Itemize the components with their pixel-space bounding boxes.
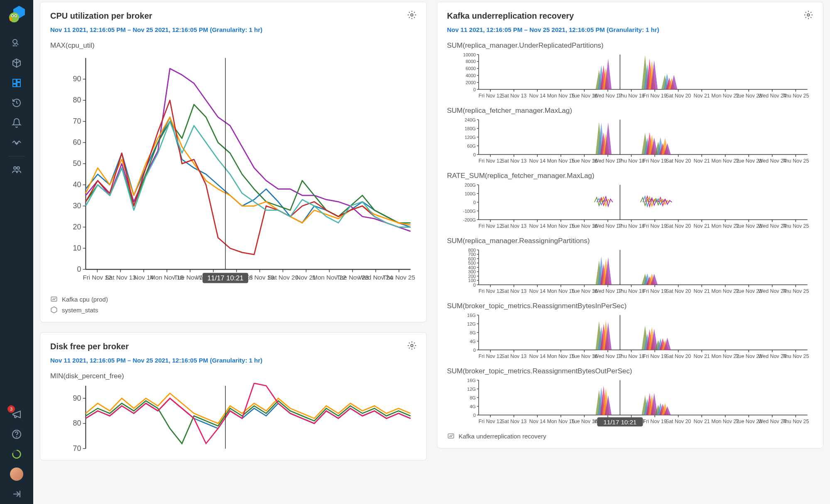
svg-text:8000: 8000 [465,59,475,64]
svg-text:Thu Nov 18: Thu Nov 18 [618,223,644,229]
svg-text:Thu Nov 25: Thu Nov 25 [782,93,809,99]
svg-text:Thu Nov 25: Thu Nov 25 [383,274,415,281]
svg-text:60: 60 [73,138,81,146]
svg-text:120G: 120G [464,135,475,140]
svg-text:4G: 4G [470,404,476,409]
sidebar-divider [8,156,25,156]
svg-text:Thu Nov 18: Thu Nov 18 [618,288,644,294]
svg-text:Sat Nov 13: Sat Nov 13 [501,223,526,229]
svg-text:Nov 14: Nov 14 [529,353,545,359]
svg-text:Sat Nov 20: Sat Nov 20 [665,288,690,294]
svg-text:50: 50 [73,159,81,168]
legend-item: Kafka cpu (prod) [50,295,416,303]
svg-text:Thu Nov 18: Thu Nov 18 [618,158,644,164]
svg-text:Mon Nov 22: Mon Nov 22 [711,158,739,164]
user-avatar[interactable] [10,467,23,481]
svg-point-5 [15,15,17,17]
legend-item: Kafka underreplication recovery [447,432,813,440]
svg-text:Nov 14: Nov 14 [529,93,545,99]
mini-chart-4[interactable]: SUM(replica_manager.ReassigningPartition… [447,237,813,296]
svg-point-73 [411,345,413,347]
svg-text:80: 80 [73,96,81,104]
svg-rect-10 [17,83,20,87]
metric-title: SUM(replica_manager.ReassigningPartition… [447,237,813,245]
svg-text:4G: 4G [470,339,476,344]
nav-help-icon[interactable] [8,426,25,443]
svg-text:Thu Nov 25: Thu Nov 25 [782,288,809,294]
gear-icon[interactable] [407,341,416,352]
svg-text:8G: 8G [470,395,476,400]
time-range: Nov 11 2021, 12:16:05 PM – Nov 25 2021, … [50,26,416,33]
nav-collapse-icon[interactable] [8,486,25,502]
metric-title: SUM(replica_fetcher_manager.MaxLag) [447,107,813,115]
svg-point-12 [14,167,16,169]
right-column: Kafka underreplication recovery Nov 11 2… [437,0,824,504]
nav-dashboard-icon[interactable] [8,75,25,91]
svg-text:Sat Nov 13: Sat Nov 13 [105,274,136,281]
svg-text:Sat Nov 20: Sat Nov 20 [665,353,690,359]
svg-text:6000: 6000 [465,66,475,71]
nav-bell-icon[interactable] [8,114,25,131]
legend-label: system_stats [62,307,98,314]
svg-text:400: 400 [468,265,475,270]
svg-text:Sat Nov 20: Sat Nov 20 [665,93,690,99]
svg-text:40: 40 [73,180,81,189]
svg-text:Nov 21: Nov 21 [693,353,710,359]
metric-title: SUM(broker_topic_metrics.ReassignmentByt… [447,302,813,310]
svg-text:12G: 12G [467,321,476,326]
mini-chart-5[interactable]: SUM(broker_topic_metrics.ReassignmentByt… [447,302,813,361]
mini-chart-6[interactable]: SUM(broker_topic_metrics.ReassignmentByt… [447,367,813,426]
svg-text:Mon Nov 22: Mon Nov 22 [711,288,739,294]
mini-chart-1[interactable]: SUM(replica_manager.UnderReplicatedParti… [447,41,813,101]
svg-text:Fri Nov 19: Fri Nov 19 [643,223,666,229]
svg-text:Mon Nov 22: Mon Nov 22 [711,353,739,359]
svg-text:Fri Nov 12: Fri Nov 12 [478,288,502,294]
gear-icon[interactable] [804,10,813,21]
svg-text:200G: 200G [464,183,475,187]
nav-progress-ring[interactable] [8,446,25,463]
svg-text:Sat Nov 13: Sat Nov 13 [501,158,526,164]
nav-cube-icon[interactable] [8,55,25,71]
gear-icon[interactable] [407,10,416,21]
nav-people-icon[interactable] [8,161,25,178]
svg-text:Thu Nov 25: Thu Nov 25 [782,353,809,359]
svg-text:70: 70 [73,117,81,125]
svg-text:30: 30 [73,202,81,210]
app-logo[interactable] [7,5,27,25]
svg-text:Nov 14: Nov 14 [529,223,545,229]
svg-text:8G: 8G [470,330,476,335]
svg-rect-11 [13,84,16,87]
disk-chart[interactable]: 708090 [50,383,416,451]
cpu-card: CPU utilization per broker Nov 11 2021, … [40,2,427,322]
nav-search-icon[interactable] [8,35,25,51]
svg-text:Mon Nov 15: Mon Nov 15 [547,419,575,424]
svg-text:12G: 12G [467,387,476,392]
svg-text:Nov 21: Nov 21 [693,223,710,229]
cpu-chart[interactable]: 0102030405060708090Fri Nov 12Sat Nov 13N… [50,52,416,292]
svg-text:2000: 2000 [465,80,475,85]
svg-text:Thu Nov 25: Thu Nov 25 [782,223,809,229]
svg-point-7 [13,39,17,44]
svg-text:Nov 14: Nov 14 [529,288,545,294]
svg-text:Fri Nov 12: Fri Nov 12 [478,353,502,359]
svg-text:11/17 10:21: 11/17 10:21 [603,419,637,426]
svg-text:Fri Nov 12: Fri Nov 12 [478,223,502,229]
svg-text:Fri Nov 19: Fri Nov 19 [643,419,666,424]
svg-point-6 [10,17,12,21]
svg-text:Thu Nov 25: Thu Nov 25 [782,158,809,164]
nav-announce-icon[interactable]: 3 [8,406,25,423]
svg-text:Sat Nov 20: Sat Nov 20 [665,223,690,229]
svg-text:100: 100 [468,278,475,283]
svg-text:Nov 21: Nov 21 [693,288,710,294]
svg-text:90: 90 [73,75,81,83]
mini-chart-2[interactable]: SUM(replica_fetcher_manager.MaxLag) 060G… [447,107,813,166]
svg-text:Fri Nov 12: Fri Nov 12 [478,419,502,424]
nav-history-icon[interactable] [8,95,25,111]
svg-text:Sat Nov 20: Sat Nov 20 [665,158,690,164]
svg-text:70: 70 [73,444,81,451]
metric-title: MIN(disk_percent_free) [50,372,416,380]
svg-text:11/17 10:21: 11/17 10:21 [207,274,243,282]
nav-handshake-icon[interactable] [8,134,25,151]
mini-chart-3[interactable]: RATE_SUM(replica_fetcher_manager.MaxLag)… [447,172,813,231]
svg-text:Thu Nov 18: Thu Nov 18 [618,93,644,99]
